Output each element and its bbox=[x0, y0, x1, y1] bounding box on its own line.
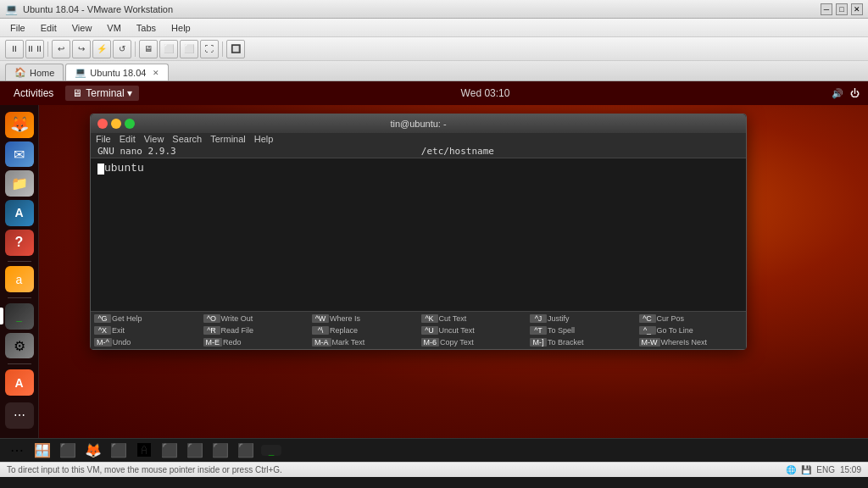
taskbar-icon-9[interactable]: ⬛ bbox=[236, 442, 256, 458]
shortcut-read-file[interactable]: ^R Read File bbox=[202, 325, 309, 336]
vmware-statusbar: To direct input to this VM, move the mou… bbox=[0, 462, 868, 477]
ubuntu-tab-icon: 💻 bbox=[75, 67, 86, 78]
terminal-menu[interactable]: 🖥 Terminal ▾ bbox=[65, 86, 139, 101]
shortcut-where-is[interactable]: ^W Where Is bbox=[310, 313, 418, 324]
taskbar-icon-5[interactable]: 🅰 bbox=[134, 443, 154, 458]
menu-help[interactable]: Help bbox=[164, 21, 198, 35]
nano-menu-file[interactable]: File bbox=[96, 134, 111, 144]
statusbar-right: 🌐 💾 ENG 15:09 bbox=[786, 465, 861, 474]
toolbar-btn-1[interactable]: ⏸ bbox=[5, 40, 24, 58]
menu-edit[interactable]: Edit bbox=[34, 21, 64, 35]
dock-ubuntu-software[interactable]: A bbox=[5, 369, 34, 396]
taskbar-icon-7[interactable]: ⬛ bbox=[185, 442, 205, 458]
taskbar-icon-terminal[interactable]: _ bbox=[261, 445, 281, 456]
dock-help[interactable]: ? bbox=[5, 230, 34, 256]
shortcut-redo[interactable]: M-E Redo bbox=[202, 337, 309, 347]
close-button[interactable]: ✕ bbox=[851, 3, 863, 15]
shortcut-write-out[interactable]: ^O Write Out bbox=[202, 313, 309, 324]
nano-menu-view[interactable]: View bbox=[144, 134, 164, 144]
menu-vm[interactable]: VM bbox=[100, 21, 128, 35]
toolbar-btn-11[interactable]: 🔲 bbox=[226, 40, 245, 58]
dock-terminal[interactable]: _ bbox=[5, 303, 34, 330]
power-icon[interactable]: ⏻ bbox=[850, 88, 860, 98]
dock-settings[interactable]: ⚙ bbox=[5, 333, 34, 359]
shortcut-exit[interactable]: ^X Exit bbox=[92, 325, 200, 336]
topbar-datetime: Wed 03:10 bbox=[461, 87, 510, 99]
taskbar-icon-1[interactable]: 🪟 bbox=[32, 442, 53, 458]
ubuntu-taskbar: ⋯ 🪟 ⬛ 🦊 ⬛ 🅰 ⬛ ⬛ ⬛ ⬛ _ bbox=[0, 438, 868, 462]
tab-ubuntu[interactable]: 💻 Ubuntu 18.04 ✕ bbox=[65, 64, 169, 80]
taskbar-icon-8[interactable]: ⬛ bbox=[210, 442, 231, 458]
menu-view[interactable]: View bbox=[65, 21, 99, 35]
vmware-menubar: File Edit View VM Tabs Help bbox=[0, 19, 868, 37]
taskbar-icon-2[interactable]: ⬛ bbox=[58, 442, 78, 458]
nano-content[interactable]: ubuntu bbox=[91, 158, 746, 260]
toolbar-btn-6[interactable]: ↺ bbox=[113, 40, 131, 58]
taskbar-icon-4[interactable]: ⬛ bbox=[108, 442, 129, 458]
nano-shortcuts: ^G Get Help ^O Write Out ^W Where Is bbox=[91, 311, 746, 349]
topbar-right: 🔊 ⏻ bbox=[832, 88, 860, 99]
nano-editor-header: GNU nano 2.9.3 /etc/hostname bbox=[91, 145, 746, 158]
nano-menu-terminal[interactable]: Terminal bbox=[210, 134, 246, 144]
toolbar-btn-9[interactable]: ⬜ bbox=[180, 40, 198, 58]
shortcut-undo[interactable]: M-^ Undo bbox=[92, 337, 200, 347]
nano-minimize-button[interactable] bbox=[111, 119, 121, 129]
nano-title: tin@ubuntu: - bbox=[390, 119, 446, 129]
ubuntu-dock: 🦊 ✉ 📁 A ? a _ ⚙ bbox=[0, 105, 39, 438]
toolbar-btn-2[interactable]: ⏸⏸ bbox=[25, 40, 44, 58]
dock-firefox[interactable]: 🦊 bbox=[5, 112, 34, 138]
nano-maximize-button[interactable] bbox=[125, 119, 135, 129]
nano-cursor bbox=[97, 164, 104, 175]
shortcut-copy-text[interactable]: M-6 Copy Text bbox=[420, 337, 527, 347]
ubuntu-topbar: Activities 🖥 Terminal ▾ Wed 03:10 🔊 ⏻ bbox=[0, 81, 868, 105]
nano-close-button[interactable] bbox=[97, 119, 108, 129]
shortcut-to-spell[interactable]: ^T To Spell bbox=[528, 325, 636, 336]
taskbar-apps-icon[interactable]: ⋯ bbox=[7, 442, 27, 458]
taskbar-icon-3[interactable]: 🦊 bbox=[83, 442, 103, 458]
sound-icon[interactable]: 🔊 bbox=[832, 88, 843, 99]
dock-text-editor[interactable]: A bbox=[5, 200, 34, 226]
toolbar-btn-7[interactable]: 🖥 bbox=[139, 40, 158, 58]
nano-menu-edit[interactable]: Edit bbox=[120, 134, 136, 144]
dock-show-apps[interactable]: ⋯ bbox=[5, 402, 34, 429]
nano-window-controls bbox=[97, 119, 135, 129]
shortcut-go-to-line[interactable]: ^_ Go To Line bbox=[637, 325, 745, 336]
dock-separator-1 bbox=[8, 261, 31, 262]
dock-mail[interactable]: ✉ bbox=[5, 141, 34, 168]
nano-menu-search[interactable]: Search bbox=[172, 134, 202, 144]
statusbar-message: To direct input to this VM, move the mou… bbox=[7, 465, 282, 474]
shortcut-uncut-text[interactable]: ^U Uncut Text bbox=[420, 325, 527, 336]
shortcut-replace[interactable]: ^\ Replace bbox=[310, 325, 418, 336]
menu-tabs[interactable]: Tabs bbox=[130, 21, 163, 35]
activities-button[interactable]: Activities bbox=[8, 86, 58, 101]
dock-amazon[interactable]: a bbox=[5, 266, 34, 292]
nano-filename: /etc/hostname bbox=[421, 146, 494, 157]
tab-home[interactable]: 🏠 Home bbox=[5, 64, 64, 80]
menu-file[interactable]: File bbox=[3, 21, 32, 35]
restore-button[interactable]: □ bbox=[836, 3, 848, 15]
shortcut-whereis-next[interactable]: M-W WhereIs Next bbox=[637, 337, 745, 347]
ubuntu-desktop: Activities 🖥 Terminal ▾ Wed 03:10 🔊 ⏻ 🦊 … bbox=[0, 81, 868, 462]
toolbar-btn-4[interactable]: ↪ bbox=[72, 40, 91, 58]
shortcut-justify[interactable]: ^J Justify bbox=[528, 313, 636, 324]
nano-window: tin@ubuntu: - File Edit View Search Term… bbox=[90, 114, 747, 350]
toolbar-btn-3[interactable]: ↩ bbox=[52, 40, 70, 58]
shortcut-mark-text[interactable]: M-A Mark Text bbox=[310, 337, 418, 347]
taskbar-icon-6[interactable]: ⬛ bbox=[159, 442, 180, 458]
shortcut-cut-text[interactable]: ^K Cut Text bbox=[420, 313, 527, 324]
nano-menubar: File Edit View Search Terminal Help bbox=[91, 133, 746, 145]
shortcut-to-bracket[interactable]: M-] To Bracket bbox=[528, 337, 636, 347]
vmware-titlebar: 💻 Ubuntu 18.04 - VMware Workstation ─ □ … bbox=[0, 0, 868, 19]
shortcut-cur-pos[interactable]: ^C Cur Pos bbox=[637, 313, 745, 324]
minimize-button[interactable]: ─ bbox=[821, 3, 832, 15]
tab-bar: 🏠 Home 💻 Ubuntu 18.04 ✕ bbox=[0, 61, 868, 81]
dock-files[interactable]: 📁 bbox=[5, 170, 34, 197]
shortcut-get-help[interactable]: ^G Get Help bbox=[92, 313, 200, 324]
toolbar-btn-8[interactable]: ⬜ bbox=[159, 40, 178, 58]
tab-close-icon[interactable]: ✕ bbox=[153, 69, 159, 77]
nano-menu-help[interactable]: Help bbox=[254, 134, 274, 144]
desktop-area: 🦊 ✉ 📁 A ? a _ ⚙ bbox=[0, 105, 868, 438]
toolbar-btn-10[interactable]: ⛶ bbox=[200, 40, 219, 58]
toolbar-btn-5[interactable]: ⚡ bbox=[92, 40, 111, 58]
time-label: 15:09 bbox=[840, 465, 861, 474]
